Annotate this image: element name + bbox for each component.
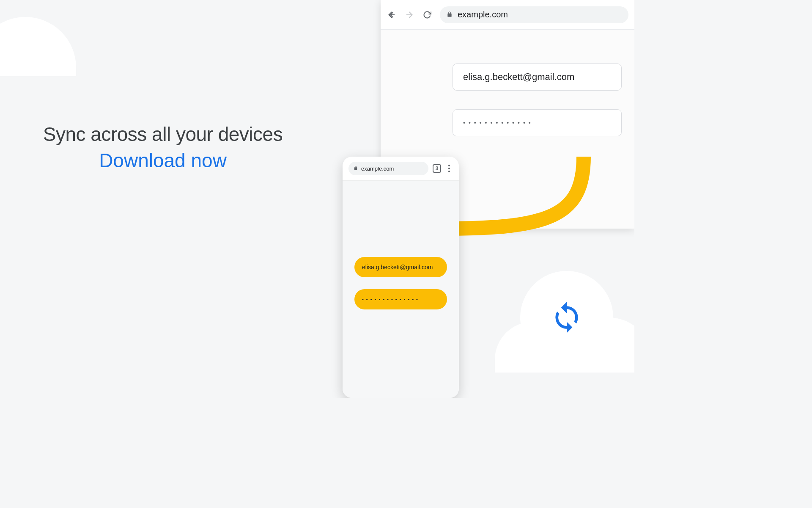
desktop-email-field[interactable]: elisa.g.beckett@gmail.com — [453, 64, 622, 91]
mobile-browser-frame: example.com 3 elisa.g.beckett@gmail.com … — [343, 157, 459, 398]
tab-count-badge[interactable]: 3 — [433, 164, 441, 173]
mobile-password-mask: •••••••••••••• — [362, 297, 420, 302]
lock-icon — [354, 166, 358, 171]
download-link[interactable]: Download now — [32, 149, 294, 172]
headline-title: Sync across all your devices — [32, 123, 294, 146]
desktop-email-value: elisa.g.beckett@gmail.com — [463, 72, 574, 83]
desktop-password-field[interactable]: ••••••••••••• — [453, 109, 622, 136]
desktop-url-text: example.com — [458, 10, 508, 19]
mobile-url-text: example.com — [361, 166, 394, 172]
lock-icon — [447, 10, 453, 19]
cloud-decoration-topleft — [0, 17, 76, 76]
mobile-address-bar[interactable]: example.com — [348, 162, 428, 175]
mobile-email-pill[interactable]: elisa.g.beckett@gmail.com — [354, 257, 447, 277]
mobile-toolbar: example.com 3 — [343, 157, 459, 180]
cloud-decoration-bottomright — [495, 271, 634, 373]
desktop-address-bar[interactable]: example.com — [440, 6, 628, 23]
reload-icon[interactable] — [422, 10, 432, 20]
mobile-page-body: elisa.g.beckett@gmail.com •••••••••••••• — [343, 180, 459, 398]
desktop-toolbar: example.com — [381, 0, 634, 30]
back-icon[interactable] — [387, 10, 397, 20]
tab-count-value: 3 — [436, 166, 439, 171]
mobile-password-pill[interactable]: •••••••••••••• — [354, 289, 447, 309]
overflow-menu-icon[interactable] — [445, 165, 453, 172]
headline-block: Sync across all your devices Download no… — [32, 123, 294, 172]
sync-connector-yellow — [444, 157, 596, 250]
mobile-email-value: elisa.g.beckett@gmail.com — [362, 264, 433, 271]
sync-icon — [550, 301, 584, 334]
forward-icon[interactable] — [404, 10, 414, 20]
desktop-password-mask: ••••••••••••• — [463, 119, 534, 126]
